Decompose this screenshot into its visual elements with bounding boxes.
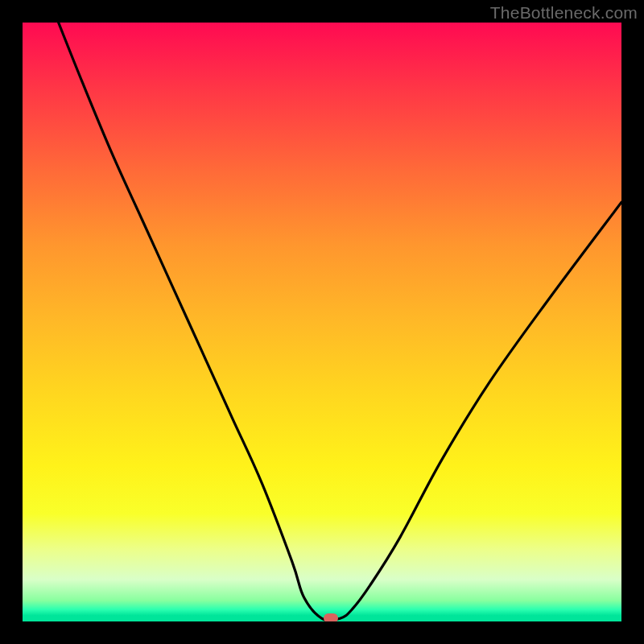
minimum-marker xyxy=(324,613,338,621)
plot-area xyxy=(23,23,621,621)
watermark-text: TheBottleneck.com xyxy=(490,3,638,23)
curve-svg xyxy=(23,23,621,621)
bottleneck-curve-path xyxy=(59,23,621,621)
chart-frame xyxy=(23,23,621,621)
